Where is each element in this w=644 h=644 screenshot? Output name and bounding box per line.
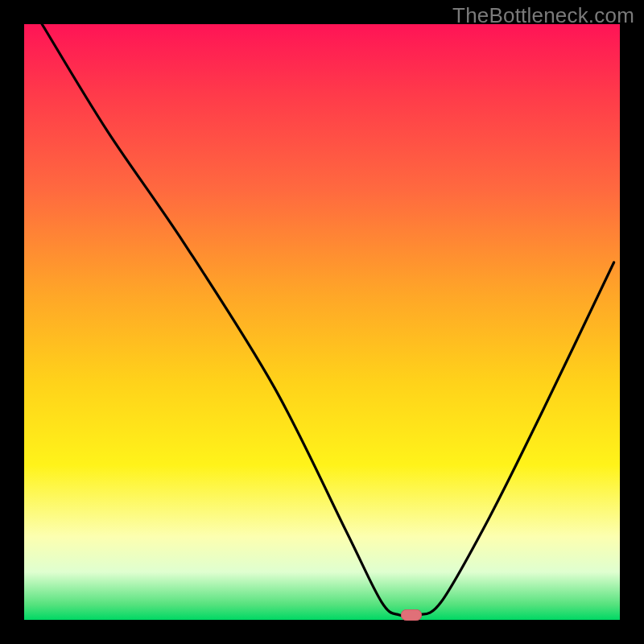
chart-frame: TheBottleneck.com [0,0,644,644]
plot-area [24,24,620,620]
watermark-text: TheBottleneck.com [452,3,634,28]
bottleneck-curve [24,24,620,620]
optimal-marker [401,609,422,621]
